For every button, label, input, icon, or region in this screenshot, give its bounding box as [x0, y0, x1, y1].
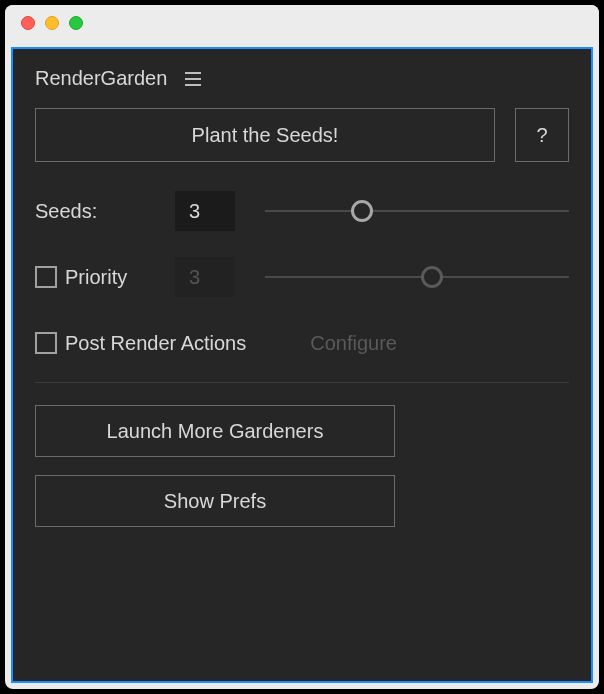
close-icon[interactable]: [21, 16, 35, 30]
panel-content: Plant the Seeds! ? Seeds: Priority: [13, 104, 591, 567]
titlebar: [5, 5, 599, 41]
post-render-checkbox[interactable]: [35, 332, 57, 354]
show-prefs-button[interactable]: Show Prefs: [35, 475, 395, 527]
main-panel: RenderGarden Plant the Seeds! ? Seeds:: [11, 47, 593, 683]
panel-title: RenderGarden: [35, 67, 167, 90]
launch-gardeners-button[interactable]: Launch More Gardeners: [35, 405, 395, 457]
seeds-input[interactable]: [175, 191, 235, 231]
seeds-row: Seeds:: [35, 186, 569, 236]
priority-row: Priority: [35, 252, 569, 302]
priority-input: [175, 257, 235, 297]
menu-icon[interactable]: [185, 72, 201, 86]
post-render-label: Post Render Actions: [65, 332, 246, 355]
seeds-label: Seeds:: [35, 200, 97, 223]
priority-slider-thumb: [421, 266, 443, 288]
minimize-icon[interactable]: [45, 16, 59, 30]
priority-slider: [265, 265, 569, 289]
divider: [35, 382, 569, 383]
priority-checkbox[interactable]: [35, 266, 57, 288]
plant-seeds-button[interactable]: Plant the Seeds!: [35, 108, 495, 162]
help-button[interactable]: ?: [515, 108, 569, 162]
panel-header: RenderGarden: [13, 49, 591, 104]
priority-label: Priority: [65, 266, 127, 289]
post-render-row: Post Render Actions Configure: [35, 318, 569, 368]
maximize-icon[interactable]: [69, 16, 83, 30]
seeds-slider-thumb[interactable]: [351, 200, 373, 222]
configure-button: Configure: [284, 320, 423, 366]
app-window: RenderGarden Plant the Seeds! ? Seeds:: [5, 5, 599, 689]
seeds-slider[interactable]: [265, 199, 569, 223]
